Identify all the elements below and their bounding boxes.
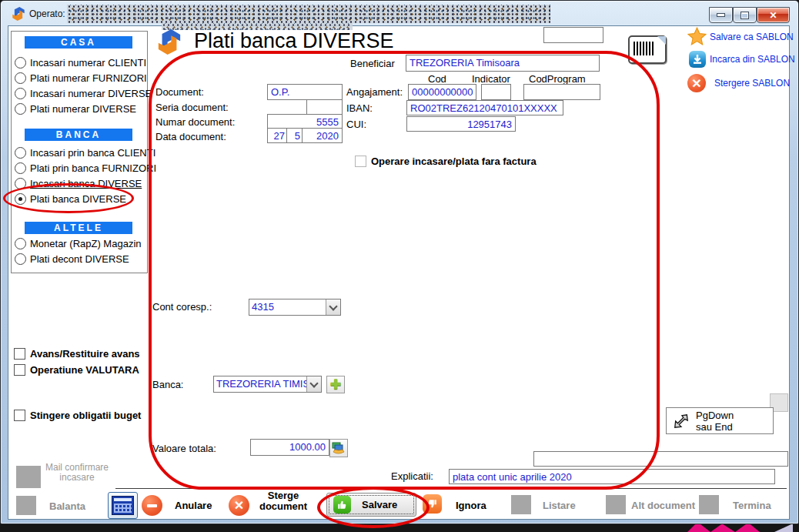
star-icon[interactable] [687,27,707,46]
document-field[interactable]: O.P. [267,84,343,100]
sidebar-item-plati-decont-diverse[interactable]: Plati decont DIVERSE [15,253,129,266]
download-icon[interactable] [689,51,706,68]
radio-icon[interactable] [15,147,26,159]
redacted-title-text [67,5,550,23]
salvare-ca-sablon-button[interactable]: Salvare ca SABLON [710,32,794,42]
app-logo-large-icon [158,29,181,55]
sidebar-item-monetar-rapz-magazin[interactable]: Monetar (RapZ) Magazin [15,237,142,250]
sidebar-item-plati-numerar-furnizori[interactable]: Plati numerar FURNIZORI [15,72,147,85]
seria-document-label: Seria document: [155,102,229,113]
radio-icon[interactable] [15,57,26,69]
sidebar-item-incasari-banca-diverse[interactable]: Incasari banca DIVERSE [15,177,142,190]
calculator-button[interactable] [108,492,138,519]
radio-icon[interactable] [15,178,26,189]
banca-combo[interactable]: TREZORERIA TIMISOARA [213,376,322,393]
close-button[interactable]: ✕ [757,7,790,23]
payment-icon-button[interactable] [329,439,348,457]
radio-icon[interactable] [15,72,26,84]
checkbox-icon[interactable] [355,156,366,167]
minimize-button[interactable] [709,7,733,23]
minimize-icon [717,14,724,16]
checkbox-avans-restituire[interactable]: Avans/Restituire avans [14,347,140,360]
checkbox-icon[interactable] [14,364,25,376]
sidebar-item-incasari-numerar-diverse[interactable]: Incasari numerar DIVERSE [15,87,152,100]
checkbox-operatiune-valutara[interactable]: Operatiune VALUTARA [14,363,139,376]
checkbox-stingere-obligatii-buget[interactable]: Stingere obligatii buget [14,409,141,421]
radio-icon[interactable] [15,162,26,174]
sidebar-item-incasari-numerar-clienti[interactable]: Incasari numerar CLIENTI [15,56,146,69]
sidebar-item-plati-prin-banca-furnizori[interactable]: Plati prin banca FURNIZORI [15,162,156,175]
radio-selected-icon[interactable] [15,193,26,205]
alt-document-button[interactable] [606,495,626,514]
radio-icon[interactable] [15,238,26,249]
beneficiar-field[interactable]: TREZORERIA Timisoara [406,55,600,72]
anulare-minus-icon[interactable] [142,495,162,516]
balanta-label: Balanta [49,500,85,512]
balanta-button[interactable] [16,496,36,515]
radio-icon[interactable] [15,103,26,115]
sterge-x-icon[interactable]: ✕ [229,495,249,516]
listare-button[interactable] [511,495,531,514]
codprogram-header: CodProgram [529,73,586,85]
anulare-button[interactable]: Anulare [175,500,212,511]
sidebar-item-plati-numerar-diverse[interactable]: Plati numerar DIVERSE [15,102,136,115]
numar-document-field[interactable]: 5555 [267,114,343,129]
checkbox-icon[interactable] [14,410,25,421]
salvare-button[interactable]: Salvare [326,493,416,517]
add-bank-button[interactable]: ✚ [326,376,345,393]
valoare-totala-field[interactable]: 1000.00 [250,439,329,456]
barcode-icon[interactable] [628,35,667,64]
angajament-indicator-field[interactable] [481,84,511,100]
seria-document-field[interactable] [306,99,343,115]
pgdown-line1: PgDown [696,410,734,421]
chevron-down-icon[interactable] [306,376,321,392]
sidebar-item-plati-banca-diverse[interactable]: Plati banca DIVERSE [15,192,126,206]
page-title: Plati banca DIVERSE [194,29,394,53]
alt-document-label: Alt document [631,500,695,511]
barcode-fold [657,36,666,45]
data-year-field[interactable]: 2020 [302,128,343,143]
termina-button[interactable] [699,495,719,514]
sterge-document-button[interactable]: Sterge document [252,490,314,512]
thumbs-up-icon [333,496,351,514]
listare-label: Listare [543,500,576,511]
mail-confirmare-label: Mail confirmare incasare [35,463,119,483]
cont-coresp-combo[interactable]: 4315 [249,299,341,316]
empty-top-field[interactable] [543,27,603,43]
data-document-label: Data document: [155,131,226,142]
angajament-cod-field[interactable]: 00000000000 [408,84,476,100]
sidebar-header-casa: CASA [25,36,132,49]
sidebar-header-banca: BANCA [25,129,132,141]
thumbs-down-icon[interactable] [423,494,442,514]
radio-icon[interactable] [15,253,26,265]
beneficiar-label: Beneficiar [350,58,395,69]
sidebar-header-altele: ALTELE [25,222,132,234]
data-day-field[interactable]: 27 [267,128,289,143]
numar-document-label: Numar document: [155,116,235,128]
radio-icon[interactable] [15,88,26,99]
indicator-header: Indicator [472,73,510,85]
extra-empty-field[interactable] [533,451,788,467]
iban-field[interactable]: RO02TREZ62120470101XXXXX [406,100,563,115]
checkbox-icon[interactable] [14,348,25,360]
chevron-down-icon[interactable] [326,299,340,315]
pgdown-button[interactable]: PgDown sau End [666,407,774,434]
app-logo-icon [12,7,25,21]
incarca-din-sablon-button[interactable]: Incarca din SABLON [710,54,795,65]
termina-label: Termina [733,500,771,511]
iban-label: IBAN: [346,102,373,114]
toolbar-separator [115,488,787,489]
explicatii-label: Explicatii: [391,470,433,482]
checkbox-operare-fara-factura[interactable]: Operare incasare/plata fara factura [355,155,537,167]
angajament-codprogram-field[interactable] [523,84,600,100]
cui-field[interactable]: 12951743 [406,116,516,132]
sidebar-item-incasari-prin-banca-clienti[interactable]: Incasari prin banca CLIENTI [15,146,155,159]
plus-icon: ✚ [330,378,341,391]
document-label: Document: [155,86,204,98]
maximize-icon [741,12,748,18]
ignora-button[interactable]: Ignora [456,500,486,511]
delete-x-icon[interactable]: ✕ [687,74,706,92]
explicatii-field[interactable]: plata cont unic aprilie 2020 [449,469,775,484]
stergere-sablon-button[interactable]: Stergere SABLON [714,78,790,89]
maximize-button[interactable] [733,7,757,23]
